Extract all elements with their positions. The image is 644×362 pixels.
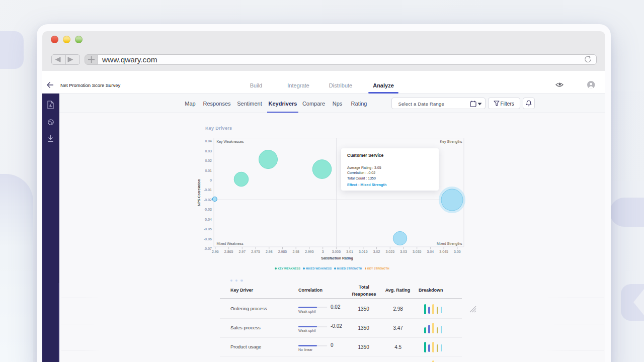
svg-text:3.04: 3.04 (427, 250, 434, 253)
svg-text:NPS Correlation: NPS Correlation (197, 179, 201, 206)
svg-text:Mixed Strengths: Mixed Strengths (437, 242, 462, 246)
svg-text:Key Strengths: Key Strengths (440, 140, 462, 144)
svg-text:-0.04: -0.04 (204, 218, 212, 221)
svg-text:-0.05: -0.05 (204, 227, 212, 231)
svg-text:-0.07: -0.07 (204, 247, 212, 250)
svg-text:2.98: 2.98 (266, 250, 273, 253)
svg-text:0.02: 0.02 (205, 159, 212, 162)
svg-text:Key Weaknesses: Key Weaknesses (217, 140, 244, 144)
svg-text:3: 3 (322, 250, 324, 253)
svg-text:Mixed Weakness: Mixed Weakness (217, 242, 244, 245)
svg-text:Satisfaction Rating: Satisfaction Rating (321, 256, 353, 260)
svg-text:3.02: 3.02 (373, 250, 380, 253)
svg-text:3.025: 3.025 (386, 250, 395, 253)
svg-text:-0.06: -0.06 (204, 237, 212, 241)
svg-text:0.03: 0.03 (205, 149, 212, 153)
svg-text:3.005: 3.005 (332, 250, 341, 253)
svg-text:2.97: 2.97 (238, 250, 246, 253)
svg-text:3.015: 3.015 (359, 250, 368, 253)
svg-text:3.045: 3.045 (439, 250, 448, 253)
svg-text:2.985: 2.985 (278, 250, 287, 253)
svg-text:0: 0 (210, 178, 212, 182)
svg-text:3.01: 3.01 (346, 250, 353, 253)
svg-text:-0.01: -0.01 (204, 188, 212, 192)
svg-text:3.03: 3.03 (400, 250, 407, 253)
svg-text:2.995: 2.995 (305, 250, 314, 253)
svg-text:2.975: 2.975 (251, 250, 260, 253)
svg-text:0.01: 0.01 (205, 169, 212, 172)
svg-text:2.865: 2.865 (224, 250, 233, 253)
svg-text:3.035: 3.035 (413, 250, 422, 253)
svg-text:0.04: 0.04 (205, 139, 212, 143)
svg-text:-0.03: -0.03 (204, 208, 212, 211)
svg-text:2.96: 2.96 (212, 250, 219, 253)
svg-text:3.05: 3.05 (454, 250, 461, 253)
svg-text:-0.02: -0.02 (204, 198, 212, 202)
svg-text:2.98: 2.98 (292, 250, 299, 253)
